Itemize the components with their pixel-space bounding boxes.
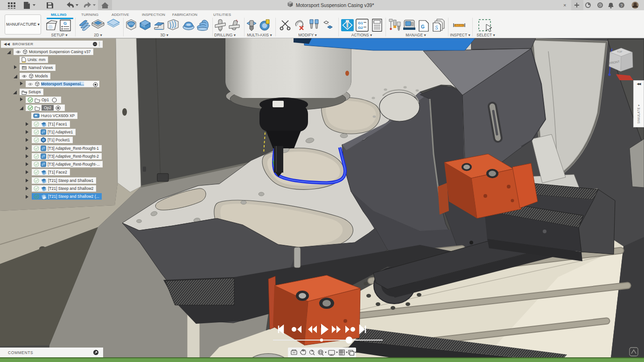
svg-text:?: ?	[621, 3, 623, 8]
svg-text:G2: G2	[358, 26, 363, 30]
svg-text:×: ×	[563, 2, 566, 8]
svg-text:G: G	[63, 21, 67, 26]
svg-text:TOP: TOP	[617, 50, 623, 53]
svg-text:S: S	[435, 25, 438, 30]
svg-text:G1: G1	[358, 21, 363, 25]
svg-text:G: G	[421, 24, 425, 29]
svg-text:Motorsport Suspension Casing v: Motorsport Suspension Casing v39*	[296, 2, 374, 8]
